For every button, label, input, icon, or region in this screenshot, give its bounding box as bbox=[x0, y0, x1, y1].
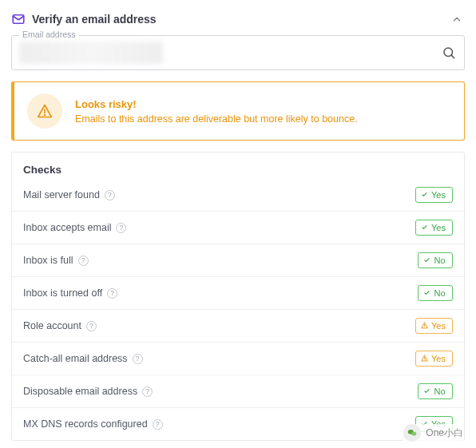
verify-panel: Verify an email address Email address bbox=[0, 0, 476, 448]
check-label: Catch-all email address bbox=[23, 353, 128, 364]
chevron-up-icon bbox=[451, 14, 462, 25]
check-row: Role account?Yes bbox=[12, 309, 464, 342]
search-button[interactable] bbox=[439, 43, 458, 62]
checks-heading: Checks bbox=[12, 153, 464, 184]
status-badge: Yes bbox=[415, 220, 453, 236]
check-icon bbox=[423, 256, 430, 265]
check-row: Mail server found?Yes bbox=[12, 184, 464, 211]
status-badge-text: Yes bbox=[431, 223, 446, 232]
check-icon bbox=[421, 190, 428, 200]
check-label: Mail server found bbox=[23, 189, 100, 200]
watermark: One小白 bbox=[403, 424, 463, 442]
help-icon[interactable]: ? bbox=[116, 223, 126, 233]
check-row: Inbox is turned off?No bbox=[12, 276, 464, 309]
check-icon bbox=[423, 288, 430, 298]
help-icon[interactable]: ? bbox=[107, 288, 117, 299]
help-icon[interactable]: ? bbox=[153, 419, 163, 430]
status-badge: No bbox=[418, 252, 453, 268]
warning-icon bbox=[421, 354, 428, 363]
alert-icon-wrap bbox=[27, 93, 62, 129]
help-icon[interactable]: ? bbox=[86, 321, 97, 331]
help-icon[interactable]: ? bbox=[78, 256, 89, 266]
help-icon[interactable]: ? bbox=[133, 354, 143, 364]
svg-point-4 bbox=[45, 115, 46, 116]
warning-triangle-icon bbox=[37, 103, 53, 119]
alert-message: Emails to this address are deliverable b… bbox=[75, 113, 358, 125]
check-row: Disposable email address?No bbox=[12, 375, 464, 407]
svg-line-2 bbox=[451, 55, 454, 58]
watermark-text: One小白 bbox=[426, 426, 463, 440]
status-badge: Yes bbox=[415, 351, 453, 367]
check-label: Role account bbox=[23, 320, 81, 331]
status-badge-text: No bbox=[434, 288, 445, 298]
panel-title: Verify an email address bbox=[32, 13, 442, 26]
panel-header: Verify an email address bbox=[11, 8, 465, 35]
mail-icon bbox=[11, 12, 26, 26]
check-icon bbox=[421, 223, 428, 232]
check-row: Catch-all email address?Yes bbox=[12, 342, 464, 375]
check-row: Inbox is full?No bbox=[12, 244, 464, 276]
email-field-label: Email address bbox=[19, 30, 79, 39]
wechat-icon bbox=[403, 424, 421, 442]
email-input[interactable] bbox=[11, 35, 465, 70]
status-badge: No bbox=[418, 285, 453, 301]
status-badge: Yes bbox=[415, 318, 453, 334]
status-badge-text: Yes bbox=[431, 321, 446, 331]
status-badge: Yes bbox=[415, 187, 453, 203]
collapse-button[interactable] bbox=[449, 11, 465, 27]
warning-icon bbox=[421, 321, 428, 331]
status-badge-text: No bbox=[434, 387, 445, 396]
search-icon bbox=[442, 46, 456, 60]
svg-point-8 bbox=[412, 432, 417, 436]
alert-text: Looks risky! Emails to this address are … bbox=[75, 98, 358, 125]
check-label: Inbox is full bbox=[23, 255, 73, 266]
check-icon bbox=[423, 387, 430, 396]
check-label: Inbox accepts email bbox=[23, 222, 111, 233]
help-icon[interactable]: ? bbox=[105, 190, 115, 200]
checks-box: Checks Mail server found?YesInbox accept… bbox=[11, 152, 465, 441]
help-icon[interactable]: ? bbox=[142, 387, 153, 397]
risk-alert: Looks risky! Emails to this address are … bbox=[11, 81, 465, 141]
check-label: MX DNS records configured bbox=[23, 418, 148, 430]
status-badge-text: Yes bbox=[431, 190, 446, 200]
checks-list: Mail server found?YesInbox accepts email… bbox=[12, 184, 464, 440]
check-label: Inbox is turned off bbox=[23, 287, 102, 299]
status-badge-text: Yes bbox=[431, 354, 446, 363]
email-field-wrap: Email address bbox=[11, 35, 465, 70]
status-badge-text: No bbox=[434, 256, 445, 265]
check-row: Inbox accepts email?Yes bbox=[12, 211, 464, 244]
alert-title: Looks risky! bbox=[75, 98, 358, 110]
check-row: MX DNS records configured?Yes bbox=[12, 407, 464, 440]
check-label: Disposable email address bbox=[23, 386, 137, 397]
status-badge: No bbox=[418, 383, 453, 399]
